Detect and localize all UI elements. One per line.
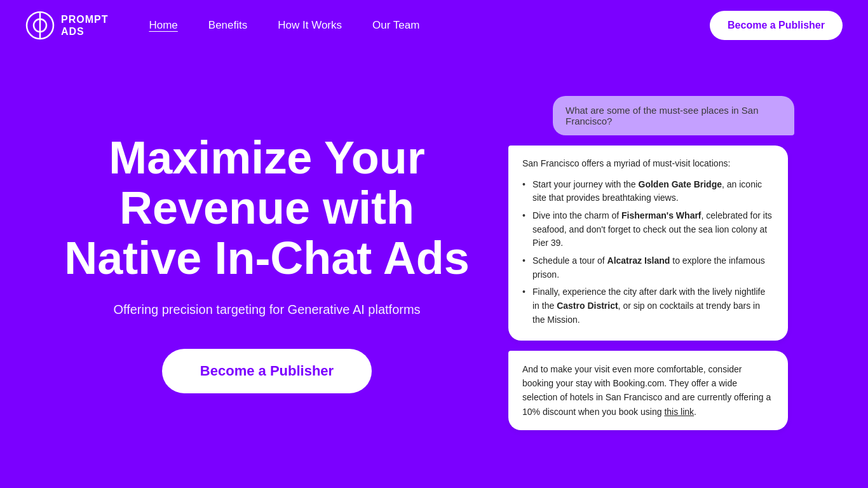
logo-text: PROMPT ADS [61, 13, 108, 37]
hero-become-publisher-button[interactable]: Become a Publisher [162, 349, 372, 393]
list-item: Finally, experience the city after dark … [522, 283, 774, 329]
chat-ai-bubble: San Francisco offers a myriad of must-vi… [508, 146, 788, 341]
nav-our-team[interactable]: Our Team [357, 14, 435, 37]
chat-ad-bubble: And to make your visit even more comfort… [508, 351, 788, 431]
logo-icon [25, 11, 55, 40]
nav-how-it-works[interactable]: How It Works [262, 14, 357, 37]
hero-left: Maximize Your Revenue with Native In-Cha… [51, 89, 508, 437]
chat-ai-intro: San Francisco offers a myriad of must-vi… [522, 157, 774, 171]
chat-ad-link[interactable]: this link [664, 407, 694, 417]
nav-home[interactable]: Home [133, 14, 193, 37]
chat-demo: What are some of the must-see places in … [508, 89, 794, 437]
list-item: Dive into the charm of Fisherman's Wharf… [522, 207, 774, 252]
nav-benefits[interactable]: Benefits [193, 14, 262, 37]
chat-user-bubble: What are some of the must-see places in … [553, 96, 794, 135]
nav-links: Home Benefits How It Works Our Team [133, 14, 710, 37]
list-item: Start your journey with the Golden Gate … [522, 176, 774, 207]
nav-become-publisher-button[interactable]: Become a Publisher [710, 11, 843, 40]
hero-section: Maximize Your Revenue with Native In-Cha… [0, 51, 868, 488]
logo[interactable]: PROMPT ADS [25, 11, 108, 40]
chat-ai-list: Start your journey with the Golden Gate … [522, 176, 774, 329]
navbar: PROMPT ADS Home Benefits How It Works Ou… [0, 0, 868, 51]
chat-user-text: What are some of the must-see places in … [566, 105, 758, 126]
hero-title: Maximize Your Revenue with Native In-Cha… [51, 133, 483, 284]
hero-subtitle: Offering precision targeting for Generat… [51, 302, 483, 317]
list-item: Schedule a tour of Alcatraz Island to ex… [522, 252, 774, 283]
chat-ad-text: And to make your visit even more comfort… [522, 364, 771, 417]
